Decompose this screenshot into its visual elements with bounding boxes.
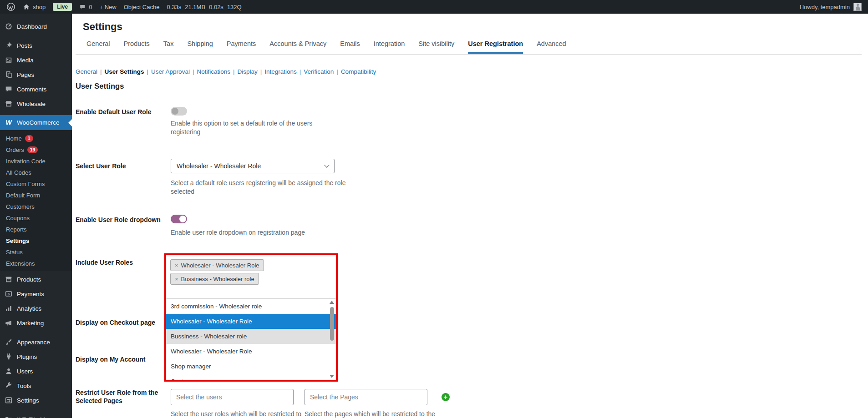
site-link[interactable]: shop	[23, 3, 46, 10]
submenu-label: Reports	[6, 226, 27, 233]
role-option[interactable]: 3rd commission - Wholesaler role	[166, 299, 336, 314]
bar-chart-icon	[5, 304, 13, 312]
sidebar-item-wp-file-manager[interactable]: W WP File Manager	[0, 412, 72, 418]
remove-tag-icon[interactable]: ×	[175, 276, 178, 282]
notification-badge: 19	[27, 146, 38, 153]
restrict-users-input[interactable]	[171, 389, 294, 405]
comment-count: 0	[89, 4, 92, 10]
wordpress-logo-icon[interactable]	[6, 2, 15, 11]
submenu-label: Default Form	[6, 191, 40, 199]
tab-integration[interactable]: Integration	[374, 40, 405, 54]
role-options-dropdown: 3rd commission - Wholesaler role Wholesa…	[166, 298, 336, 380]
subnav-display[interactable]: Display	[237, 68, 257, 75]
scroll-up-icon[interactable]	[330, 301, 334, 304]
notification-badge: 1	[25, 135, 33, 142]
sidebar-item-wholesale[interactable]: Wholesale	[0, 96, 72, 111]
tab-advanced[interactable]: Advanced	[537, 40, 566, 54]
sidebar-item-plugins[interactable]: Plugins	[0, 349, 72, 364]
enable-default-role-label: Enable Default User Role	[76, 108, 152, 116]
scrollbar-thumb[interactable]	[330, 307, 334, 341]
include-user-roles-label: Include User Roles	[76, 258, 133, 267]
submenu-item-settings[interactable]: Settings	[0, 235, 72, 247]
admin-sidebar: Dashboard Posts Media Pages Comments Who…	[0, 14, 72, 418]
sidebar-item-comments[interactable]: Comments	[0, 82, 72, 96]
sidebar-item-users[interactable]: Users	[0, 364, 72, 378]
tab-emails[interactable]: Emails	[340, 40, 360, 54]
select-user-role-dropdown[interactable]: Wholesaler - Wholesaler Role	[171, 159, 335, 173]
sidebar-item-pages[interactable]: Pages	[0, 67, 72, 82]
role-option[interactable]: Wholesaler - Wholesaler Role	[166, 344, 336, 359]
submenu-item-home[interactable]: Home 1	[0, 133, 72, 144]
tab-products[interactable]: Products	[124, 40, 150, 54]
sidebar-item-analytics[interactable]: Analytics	[0, 301, 72, 316]
new-button[interactable]: + New	[99, 4, 116, 10]
submenu-item-invitation-code[interactable]: Invitation Code	[0, 156, 72, 167]
submenu-item-default-form[interactable]: Default Form	[0, 190, 72, 201]
submenu-item-status[interactable]: Status	[0, 247, 72, 258]
selected-role-tag[interactable]: × Bussiness - Wholesaler role	[170, 273, 259, 285]
display-on-my-account-label: Display on My Account	[76, 355, 146, 363]
object-cache-link[interactable]: Object Cache	[124, 4, 160, 10]
subnav-general[interactable]: General	[76, 68, 97, 75]
sidebar-item-label: Appearance	[17, 338, 50, 346]
submenu-item-coupons[interactable]: Coupons	[0, 212, 72, 224]
subnav-verification[interactable]: Verification	[304, 68, 334, 75]
tab-general[interactable]: General	[86, 40, 110, 54]
scroll-down-icon[interactable]	[330, 375, 334, 378]
enable-default-role-toggle[interactable]	[171, 107, 187, 116]
tab-payments[interactable]: Payments	[227, 40, 256, 54]
submenu-item-orders[interactable]: Orders 19	[0, 144, 72, 156]
add-restriction-button[interactable]	[442, 393, 450, 401]
subnav-separator: |	[299, 68, 301, 75]
sidebar-item-tools[interactable]: Tools	[0, 378, 72, 393]
role-option[interactable]: Wholesaler - Wholesaler Role	[166, 314, 336, 329]
submenu-label: Orders	[6, 146, 24, 154]
enable-role-dropdown-toggle[interactable]	[171, 215, 187, 223]
submenu-label: Coupons	[6, 214, 30, 222]
tab-tax[interactable]: Tax	[163, 40, 174, 54]
sidebar-item-payments[interactable]: $ Payments	[0, 287, 72, 301]
tab-user-registration[interactable]: User Registration	[468, 40, 523, 54]
sidebar-item-products[interactable]: Products	[0, 272, 72, 287]
submenu-label: Customers	[6, 203, 35, 211]
sidebar-item-posts[interactable]: Posts	[0, 38, 72, 53]
site-name: shop	[33, 4, 46, 10]
enable-role-dropdown-description: Enable user role dropdown on registratio…	[171, 228, 362, 237]
account-menu[interactable]: Howdy, tempadmin	[800, 3, 862, 11]
sidebar-item-label: Media	[17, 56, 34, 64]
sidebar-item-media[interactable]: Media	[0, 53, 72, 67]
subnav-user-approval[interactable]: User Approval	[151, 68, 190, 75]
submenu-item-reports[interactable]: Reports	[0, 224, 72, 235]
subnav-compatibility[interactable]: Compatibility	[341, 68, 376, 75]
tab-shipping[interactable]: Shipping	[187, 40, 213, 54]
role-option[interactable]: Shop manager	[166, 359, 336, 374]
role-option[interactable]: Customer	[166, 374, 336, 380]
sidebar-item-woocommerce[interactable]: W WooCommerce	[0, 115, 72, 130]
submenu-item-customers[interactable]: Customers	[0, 201, 72, 212]
remove-tag-icon[interactable]: ×	[175, 262, 178, 269]
sidebar-item-appearance[interactable]: Appearance	[0, 335, 72, 349]
tab-site-visibility[interactable]: Site visibility	[418, 40, 454, 54]
comments-counter[interactable]: 0	[79, 4, 92, 10]
tab-accounts-privacy[interactable]: Accounts & Privacy	[269, 40, 326, 54]
submenu-item-extensions[interactable]: Extensions	[0, 258, 72, 269]
restrict-pages-input[interactable]	[305, 389, 427, 405]
include-user-roles-multiselect[interactable]: × Wholesaler - Wholesaler Role × Bussine…	[164, 253, 338, 382]
sidebar-item-marketing[interactable]: Marketing	[0, 316, 72, 330]
svg-text:$: $	[8, 292, 10, 296]
submenu-label: Settings	[6, 237, 29, 245]
pages-icon	[5, 71, 13, 79]
submenu-item-all-codes[interactable]: All Codes	[0, 167, 72, 178]
selected-role-tag[interactable]: × Wholesaler - Wholesaler Role	[170, 259, 264, 271]
role-option[interactable]: Bussiness - Wholesaler role	[166, 329, 336, 344]
stat-memory: 21.1MB	[185, 4, 205, 10]
sidebar-item-settings[interactable]: Settings	[0, 393, 72, 408]
subnav-integrations[interactable]: Integrations	[264, 68, 297, 75]
sidebar-item-dashboard[interactable]: Dashboard	[0, 19, 72, 34]
dropdown-scrollbar[interactable]	[329, 300, 335, 379]
submenu-item-custom-forms[interactable]: Custom Forms	[0, 178, 72, 190]
subnav-notifications[interactable]: Notifications	[197, 68, 230, 75]
enable-default-role-description: Enable this option to set a default role…	[171, 119, 321, 136]
restrict-pages-description: Select the pages which will be restricte…	[305, 410, 441, 418]
subnav-user-settings[interactable]: User Settings	[105, 68, 144, 75]
